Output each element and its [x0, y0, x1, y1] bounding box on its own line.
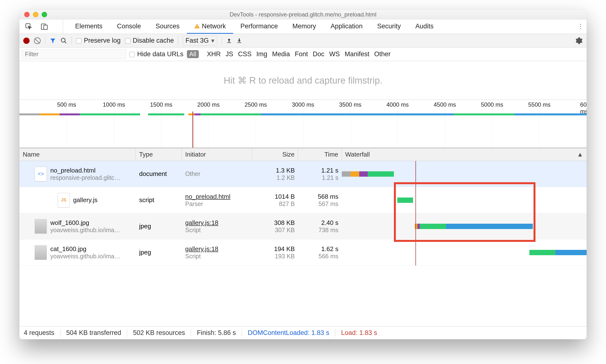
filter-other[interactable]: Other: [374, 51, 391, 58]
tab-memory[interactable]: Memory: [285, 19, 323, 34]
upload-har-icon[interactable]: [226, 38, 232, 44]
close-icon[interactable]: [24, 12, 30, 17]
filter-media[interactable]: Media: [272, 51, 290, 58]
col-waterfall[interactable]: Waterfall▲: [342, 148, 587, 161]
devtools-window: DevTools - responsive-preload.glitch.me/…: [19, 10, 587, 339]
overview-chart[interactable]: 500 ms1000 ms1500 ms2000 ms2500 ms3000 m…: [19, 100, 587, 148]
filter-bar: Hide data URLs All XHRJSCSSImgMediaFontD…: [19, 48, 587, 61]
more-icon[interactable]: ⋮: [575, 23, 587, 30]
col-name[interactable]: Name: [19, 148, 136, 161]
cell-name: JSgallery.js: [19, 187, 136, 213]
tab-sources[interactable]: Sources: [148, 19, 187, 34]
cell-initiator[interactable]: gallery.js:18Script: [182, 213, 252, 239]
ruler-tick: 5000 ms: [481, 101, 503, 108]
sb-finish: Finish: 5.86 s: [197, 329, 236, 337]
cell-type: document: [136, 161, 182, 187]
window-title: DevTools - responsive-preload.glitch.me/…: [19, 11, 587, 18]
ruler-tick: 500 ms: [57, 101, 76, 108]
col-initiator[interactable]: Initiator: [182, 148, 252, 161]
filter-toggle-icon[interactable]: [50, 38, 56, 44]
filter-all[interactable]: All: [187, 50, 199, 58]
svg-rect-7: [227, 42, 231, 43]
table-row[interactable]: cat_1600.jpgyoavweiss.github.io/ima…jpeg…: [19, 239, 587, 266]
ruler-tick: 2500 ms: [245, 101, 267, 108]
ruler-tick: 5500 ms: [528, 101, 551, 108]
device-toggle-icon[interactable]: [38, 22, 51, 31]
cell-type: jpeg: [136, 213, 182, 239]
window-controls: [24, 12, 47, 17]
filter-css[interactable]: CSS: [238, 51, 252, 58]
inspect-icon[interactable]: [23, 22, 35, 31]
clear-button[interactable]: [34, 37, 41, 44]
ruler-tick: 2000 ms: [197, 101, 220, 108]
cell-size: 1014 B827 B: [252, 187, 298, 213]
cell-time: 1.21 s1.21 s: [298, 161, 342, 187]
sb-requests: 4 requests: [24, 329, 54, 337]
svg-line-6: [65, 41, 66, 43]
hide-data-urls-checkbox[interactable]: Hide data URLs: [130, 51, 184, 58]
filter-ws[interactable]: WS: [329, 51, 340, 58]
sb-resources: 502 KB resources: [133, 329, 185, 337]
cell-initiator[interactable]: no_preload.htmlParser: [182, 187, 252, 213]
warning-icon: [194, 23, 200, 29]
filter-img[interactable]: Img: [256, 51, 267, 58]
ruler-tick: 4000 ms: [386, 101, 409, 108]
tab-audits[interactable]: Audits: [408, 19, 441, 34]
record-button[interactable]: [23, 38, 30, 44]
filter-xhr[interactable]: XHR: [207, 51, 221, 58]
cell-initiator[interactable]: gallery.js:18Script: [182, 239, 252, 265]
svg-rect-2: [44, 25, 48, 29]
svg-rect-3: [197, 26, 197, 27]
panel-tabs: ElementsConsoleSourcesNetworkPerformance…: [19, 19, 587, 34]
table-header: Name Type Initiator Size Time Waterfall▲: [19, 148, 587, 161]
cell-name: wolf_1600.jpgyoavweiss.github.io/ima…: [19, 213, 136, 239]
tab-security[interactable]: Security: [370, 19, 408, 34]
filter-font[interactable]: Font: [295, 51, 308, 58]
tab-application[interactable]: Application: [323, 19, 370, 34]
cell-size: 1.3 KB1.2 KB: [252, 161, 298, 187]
col-time[interactable]: Time: [298, 148, 342, 161]
search-icon[interactable]: [60, 37, 67, 44]
sb-load: Load: 1.83 s: [341, 329, 377, 337]
tab-console[interactable]: Console: [110, 19, 148, 34]
cell-size: 194 KB193 KB: [252, 239, 298, 265]
cell-name: <>no_preload.htmlresponsive-preload.glit…: [19, 161, 136, 187]
cell-waterfall: [342, 239, 587, 265]
status-bar: 4 requests 504 KB transferred 502 KB res…: [19, 326, 587, 339]
col-type[interactable]: Type: [136, 148, 182, 161]
sb-dcl: DOMContentLoaded: 1.83 s: [248, 329, 329, 337]
zoom-icon[interactable]: [42, 12, 47, 17]
minimize-icon[interactable]: [33, 12, 38, 17]
filter-js[interactable]: JS: [226, 51, 233, 58]
cell-initiator: Other: [182, 161, 252, 187]
filmstrip-hint: Hit ⌘ R to reload and capture filmstrip.: [19, 61, 587, 100]
svg-rect-4: [197, 27, 197, 28]
dcl-marker: [192, 111, 193, 148]
filter-doc[interactable]: Doc: [313, 51, 324, 58]
tab-network[interactable]: Network: [187, 19, 233, 34]
cell-time: 2.40 s738 ms: [298, 213, 342, 239]
col-size[interactable]: Size: [252, 148, 298, 161]
filter-manifest[interactable]: Manifest: [345, 51, 369, 58]
preserve-log-checkbox[interactable]: Preserve log: [76, 37, 121, 44]
annotation-highlight: [394, 182, 535, 242]
tab-elements[interactable]: Elements: [68, 19, 110, 34]
disable-cache-checkbox[interactable]: Disable cache: [125, 37, 174, 44]
network-toolbar: Preserve log Disable cache Fast 3G▾: [19, 34, 587, 48]
tab-performance[interactable]: Performance: [233, 19, 285, 34]
cell-name: cat_1600.jpgyoavweiss.github.io/ima…: [19, 239, 136, 265]
svg-rect-8: [237, 42, 241, 43]
cell-type: script: [136, 187, 182, 213]
titlebar: DevTools - responsive-preload.glitch.me/…: [19, 10, 587, 19]
ruler-tick: 1500 ms: [150, 101, 172, 108]
throttle-select[interactable]: Fast 3G▾: [183, 36, 217, 46]
download-har-icon[interactable]: [236, 38, 242, 44]
ruler-tick: 3000 ms: [292, 101, 314, 108]
request-table: <>no_preload.htmlresponsive-preload.glit…: [19, 161, 587, 266]
sb-transferred: 504 KB transferred: [66, 329, 121, 337]
filter-input[interactable]: [22, 50, 126, 59]
cell-time: 568 ms567 ms: [298, 187, 342, 213]
ruler-tick: 4500 ms: [434, 101, 456, 108]
settings-icon[interactable]: [576, 37, 583, 44]
ruler-tick: 3500 ms: [339, 101, 361, 108]
